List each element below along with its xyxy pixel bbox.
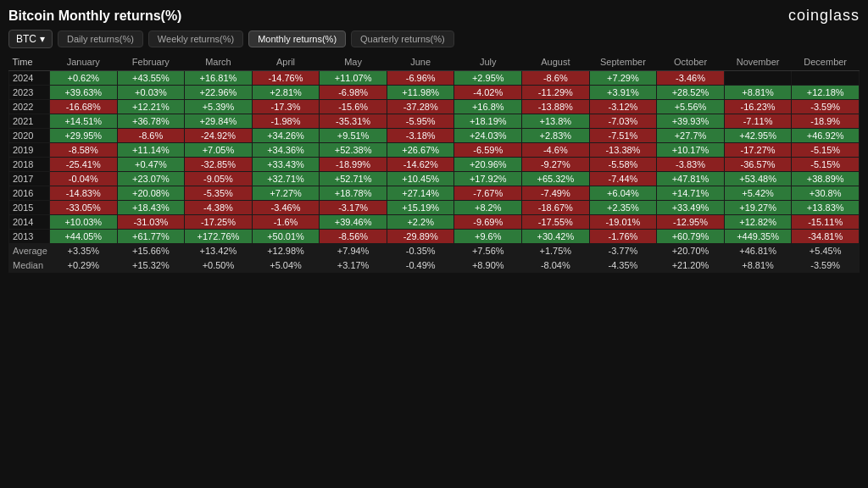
data-cell: -5.95% bbox=[387, 114, 454, 129]
data-cell: +53.48% bbox=[724, 172, 792, 186]
data-cell: -15.11% bbox=[792, 215, 860, 230]
data-cell: -8.58% bbox=[50, 143, 118, 158]
data-cell: +52.38% bbox=[320, 143, 387, 158]
year-cell: 2016 bbox=[9, 186, 50, 201]
tab-weekly[interactable]: Weekly returns(%) bbox=[148, 30, 243, 47]
data-cell: +13.8% bbox=[522, 114, 590, 129]
average-label: Average bbox=[9, 244, 50, 258]
tab-monthly[interactable]: Monthly returns(%) bbox=[248, 30, 346, 47]
data-cell: +18.43% bbox=[117, 201, 185, 215]
data-cell: -29.89% bbox=[387, 230, 454, 244]
median-cell: +5.04% bbox=[252, 258, 320, 273]
data-cell: -1.6% bbox=[252, 215, 320, 230]
data-cell: +16.8% bbox=[454, 100, 522, 114]
data-cell: +10.45% bbox=[387, 172, 454, 186]
data-cell: -17.55% bbox=[522, 215, 590, 230]
data-cell: +28.52% bbox=[657, 86, 725, 100]
year-cell: 2022 bbox=[9, 100, 50, 114]
data-cell: -5.15% bbox=[792, 158, 860, 172]
returns-table: Time January February March April May Ju… bbox=[8, 53, 860, 273]
year-cell: 2014 bbox=[9, 215, 50, 230]
data-cell: +24.03% bbox=[454, 129, 522, 143]
col-jun: June bbox=[387, 53, 454, 71]
data-cell: -13.88% bbox=[522, 100, 590, 114]
year-cell: 2020 bbox=[9, 129, 50, 143]
average-row: Average+3.35%+15.66%+13.42%+12.98%+7.94%… bbox=[9, 244, 860, 258]
data-cell: -18.9% bbox=[792, 114, 860, 129]
data-cell: -16.68% bbox=[50, 100, 118, 114]
col-sep: September bbox=[589, 53, 657, 71]
data-cell: +10.17% bbox=[657, 143, 725, 158]
data-cell: -37.28% bbox=[387, 100, 454, 114]
data-cell: -18.67% bbox=[522, 201, 590, 215]
data-cell: +38.89% bbox=[792, 172, 860, 186]
median-cell: +15.32% bbox=[117, 258, 185, 273]
data-cell: -7.67% bbox=[454, 186, 522, 201]
page: Bitcoin Monthly returns(%) coinglass BTC… bbox=[0, 0, 868, 488]
data-cell: +33.49% bbox=[657, 201, 725, 215]
tab-daily[interactable]: Daily returns(%) bbox=[58, 30, 143, 47]
data-cell: -9.05% bbox=[185, 172, 253, 186]
median-cell: +0.29% bbox=[50, 258, 118, 273]
median-cell: +3.17% bbox=[320, 258, 387, 273]
table-row: 2017-0.04%+23.07%-9.05%+32.71%+52.71%+10… bbox=[9, 172, 860, 186]
data-cell: +7.27% bbox=[252, 186, 320, 201]
data-cell: +29.84% bbox=[185, 114, 253, 129]
average-cell: +12.98% bbox=[252, 244, 320, 258]
data-cell: +42.95% bbox=[724, 129, 792, 143]
median-cell: -4.35% bbox=[589, 258, 657, 273]
data-cell: +39.46% bbox=[320, 215, 387, 230]
data-cell: +18.78% bbox=[320, 186, 387, 201]
data-cell: -6.98% bbox=[320, 86, 387, 100]
data-cell: +34.36% bbox=[252, 143, 320, 158]
data-cell: +60.79% bbox=[657, 230, 725, 244]
average-cell: +46.81% bbox=[724, 244, 792, 258]
table-row: 2015-33.05%+18.43%-4.38%-3.46%-3.17%+15.… bbox=[9, 201, 860, 215]
median-cell: -0.49% bbox=[387, 258, 454, 273]
data-cell: +34.26% bbox=[252, 129, 320, 143]
data-cell: -6.96% bbox=[387, 71, 454, 86]
data-cell: -16.23% bbox=[724, 100, 792, 114]
data-cell: -3.46% bbox=[657, 71, 725, 86]
average-cell: +15.66% bbox=[117, 244, 185, 258]
data-cell: -4.02% bbox=[454, 86, 522, 100]
data-cell: -14.62% bbox=[387, 158, 454, 172]
year-cell: 2018 bbox=[9, 158, 50, 172]
data-cell: -33.05% bbox=[50, 201, 118, 215]
header: Bitcoin Monthly returns(%) coinglass bbox=[8, 7, 860, 25]
col-may: May bbox=[320, 53, 387, 71]
col-oct: October bbox=[657, 53, 725, 71]
asset-label: BTC bbox=[16, 33, 36, 45]
tab-quarterly[interactable]: Quarterly returns(%) bbox=[351, 30, 454, 47]
data-cell: +14.51% bbox=[50, 114, 118, 129]
year-cell: 2013 bbox=[9, 230, 50, 244]
data-cell: -35.31% bbox=[320, 114, 387, 129]
median-cell: -3.59% bbox=[792, 258, 860, 273]
asset-selector[interactable]: BTC ▾ bbox=[8, 30, 53, 48]
data-cell: -7.49% bbox=[522, 186, 590, 201]
data-cell: +50.01% bbox=[252, 230, 320, 244]
page-title: Bitcoin Monthly returns(%) bbox=[8, 8, 181, 24]
data-cell: +65.32% bbox=[522, 172, 590, 186]
col-dec: December bbox=[792, 53, 860, 71]
data-cell: -17.27% bbox=[724, 143, 792, 158]
chevron-down-icon: ▾ bbox=[40, 33, 45, 45]
data-cell: +33.43% bbox=[252, 158, 320, 172]
data-cell: +17.92% bbox=[454, 172, 522, 186]
table-row: 2013+44.05%+61.77%+172.76%+50.01%-8.56%-… bbox=[9, 230, 860, 244]
data-cell: -15.6% bbox=[320, 100, 387, 114]
average-cell: +13.42% bbox=[185, 244, 253, 258]
data-cell: +52.71% bbox=[320, 172, 387, 186]
table-row: 2016-14.83%+20.08%-5.35%+7.27%+18.78%+27… bbox=[9, 186, 860, 201]
average-cell: +1.75% bbox=[522, 244, 590, 258]
data-cell: +26.67% bbox=[387, 143, 454, 158]
average-cell: +7.94% bbox=[320, 244, 387, 258]
data-cell: -12.95% bbox=[657, 215, 725, 230]
average-cell: +20.70% bbox=[657, 244, 725, 258]
data-cell: -8.56% bbox=[320, 230, 387, 244]
col-nov: November bbox=[724, 53, 792, 71]
median-label: Median bbox=[9, 258, 50, 273]
data-cell: +8.2% bbox=[454, 201, 522, 215]
data-cell: -14.76% bbox=[252, 71, 320, 86]
data-cell: +7.05% bbox=[185, 143, 253, 158]
